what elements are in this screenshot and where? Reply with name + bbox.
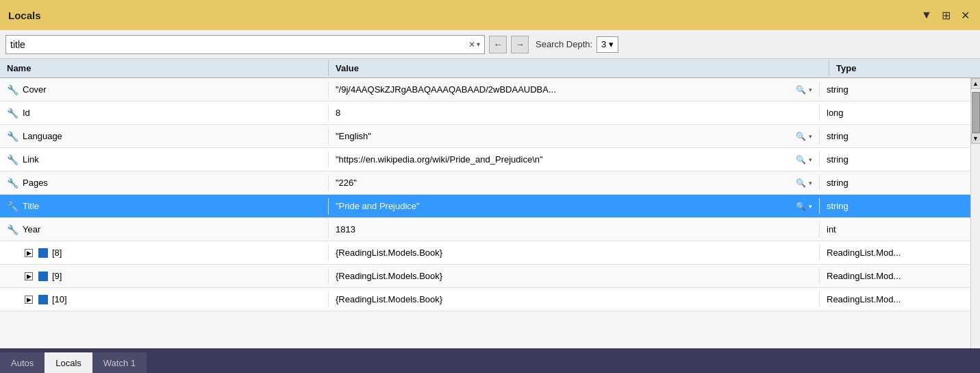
row-name-text: Language [23, 131, 62, 141]
scrollbar-down[interactable]: ▼ [971, 133, 981, 144]
cell-type: ReadingList.Mod... [820, 268, 970, 284]
cell-value: 1813 [329, 221, 820, 237]
row-name-text: [8] [52, 248, 62, 258]
title-bar-controls: ▼ ⊞ ✕ [920, 8, 972, 22]
row-name-text: [10] [52, 294, 67, 304]
cell-value: {ReadingList.Models.Book} [329, 291, 820, 307]
search-depth-dropdown-arrow[interactable]: ▾ [609, 39, 614, 49]
scrollbar-up[interactable]: ▲ [971, 78, 981, 89]
table-area: 🔧Cover"/9j/4AAQSkZJRgABAQAAAQABAAD/2wBDA… [0, 78, 980, 348]
value-search-icon[interactable]: 🔍 [796, 85, 806, 95]
row-value-text: 8 [336, 108, 812, 118]
search-depth-selector[interactable]: 3 ▾ [596, 36, 618, 53]
value-dropdown-arrow[interactable]: ▾ [809, 156, 812, 163]
table-row[interactable]: 🔧Cover"/9j/4AAQSkZJRgABAQAAAQABAAD/2wBDA… [0, 78, 970, 101]
cell-name: 🔧Title [0, 198, 329, 215]
cube-icon [38, 295, 48, 304]
row-value-text: "English" [336, 131, 793, 141]
search-bar: ✕ ▾ ← → Search Depth: 3 ▾ [0, 30, 980, 59]
cell-type: long [820, 105, 970, 121]
table-row[interactable]: ▶[8]{ReadingList.Models.Book}ReadingList… [0, 241, 970, 265]
cell-value: "English"🔍▾ [329, 128, 820, 144]
cell-name: 🔧Pages [0, 175, 329, 191]
expand-button[interactable]: ▶ [25, 272, 33, 280]
row-name-text: Link [23, 154, 39, 165]
row-value-text: {ReadingList.Models.Book} [336, 294, 812, 304]
search-input-wrapper: ✕ ▾ [5, 35, 485, 54]
search-clear-button[interactable]: ✕ [468, 40, 475, 49]
row-name-text: Pages [23, 178, 48, 188]
wrench-icon: 🔧 [7, 178, 18, 189]
locals-table: Name Value Type 🔧Cover"/9j/4AAQSkZJRgABA… [0, 59, 980, 348]
cell-type: string [820, 152, 970, 167]
row-value-text: 1813 [336, 224, 812, 234]
scrollbar-thumb[interactable] [972, 92, 980, 133]
tab-autos[interactable]: Autos [0, 352, 45, 373]
table-row[interactable]: 🔧Link"https://en.wikipedia.org/wiki/Prid… [0, 148, 970, 171]
table-row[interactable]: 🔧Title"Pride and Prejudice"🔍▾string [0, 195, 970, 218]
tab-bar: AutosLocalsWatch 1 [0, 348, 980, 373]
title-bar: Locals ▼ ⊞ ✕ [0, 0, 980, 30]
row-name-text: Id [23, 108, 30, 118]
row-value-text: "https://en.wikipedia.org/wiki/Pride_and… [336, 154, 793, 165]
cell-value: "226"🔍▾ [329, 175, 820, 191]
pin-button[interactable]: ⊞ [939, 8, 953, 22]
close-button[interactable]: ✕ [958, 8, 972, 22]
value-search-icon[interactable]: 🔍 [796, 178, 806, 188]
row-name-text: Cover [23, 84, 47, 95]
search-depth-value: 3 [601, 39, 606, 49]
tab-locals[interactable]: Locals [45, 352, 92, 373]
row-name-text: Year [23, 224, 40, 234]
cell-type: string [820, 198, 970, 214]
wrench-icon: 🔧 [7, 84, 18, 95]
row-name-text: Title [23, 201, 39, 211]
value-dropdown-arrow[interactable]: ▾ [809, 203, 812, 210]
table-row[interactable]: ▶[9]{ReadingList.Models.Book}ReadingList… [0, 265, 970, 288]
window-title: Locals [8, 10, 41, 21]
cell-name: 🔧Link [0, 152, 329, 168]
table-row[interactable]: 🔧Pages"226"🔍▾string [0, 171, 970, 195]
row-value-text: "Pride and Prejudice" [336, 201, 793, 211]
search-depth-label: Search Depth: [536, 39, 592, 49]
cell-type: string [820, 175, 970, 191]
table-row[interactable]: 🔧Id8long [0, 101, 970, 125]
table-row[interactable]: 🔧Year1813int [0, 218, 970, 241]
col-header-name: Name [0, 60, 329, 76]
table-header: Name Value Type [0, 59, 980, 78]
search-forward-button[interactable]: → [511, 36, 529, 53]
value-dropdown-arrow[interactable]: ▾ [809, 86, 812, 93]
search-dropdown-button[interactable]: ▾ [477, 40, 480, 48]
row-value-text: "/9j/4AAQSkZJRgABAQAAAQABAAD/2wBDAAUDBA.… [336, 84, 793, 95]
table-row[interactable]: 🔧Language"English"🔍▾string [0, 125, 970, 148]
cell-name: 🔧Cover [0, 82, 329, 98]
cell-name: 🔧Language [0, 128, 329, 145]
cell-value: "/9j/4AAQSkZJRgABAQAAAQABAAD/2wBDAAUDBA.… [329, 82, 820, 97]
wrench-icon: 🔧 [7, 131, 18, 142]
value-dropdown-arrow[interactable]: ▾ [809, 180, 812, 186]
cell-value: 8 [329, 105, 820, 121]
tab-watch-1[interactable]: Watch 1 [92, 352, 147, 373]
table-row[interactable]: ▶[10]{ReadingList.Models.Book}ReadingLis… [0, 288, 970, 311]
table-rows: 🔧Cover"/9j/4AAQSkZJRgABAQAAAQABAAD/2wBDA… [0, 78, 970, 348]
cell-name: 🔧Id [0, 105, 329, 121]
value-search-icon[interactable]: 🔍 [796, 202, 806, 211]
value-search-icon[interactable]: 🔍 [796, 155, 806, 165]
cell-value: {ReadingList.Models.Book} [329, 268, 820, 284]
wrench-icon: 🔧 [7, 224, 18, 235]
expand-button[interactable]: ▶ [25, 296, 33, 304]
expand-button[interactable]: ▶ [25, 249, 33, 257]
value-search-icon[interactable]: 🔍 [796, 132, 806, 141]
search-back-button[interactable]: ← [489, 36, 507, 53]
dropdown-arrow-btn[interactable]: ▼ [920, 8, 933, 22]
wrench-icon: 🔧 [7, 108, 18, 119]
row-value-text: {ReadingList.Models.Book} [336, 248, 812, 258]
search-input[interactable] [10, 39, 468, 50]
scrollbar: ▲ ▼ [970, 78, 980, 348]
cell-value: {ReadingList.Models.Book} [329, 245, 820, 261]
cell-type: string [820, 82, 970, 97]
value-dropdown-arrow[interactable]: ▾ [809, 133, 812, 140]
col-header-type: Type [829, 60, 980, 76]
cell-value: "https://en.wikipedia.org/wiki/Pride_and… [329, 152, 820, 167]
cell-type: int [820, 221, 970, 237]
cell-type: ReadingList.Mod... [820, 291, 970, 307]
